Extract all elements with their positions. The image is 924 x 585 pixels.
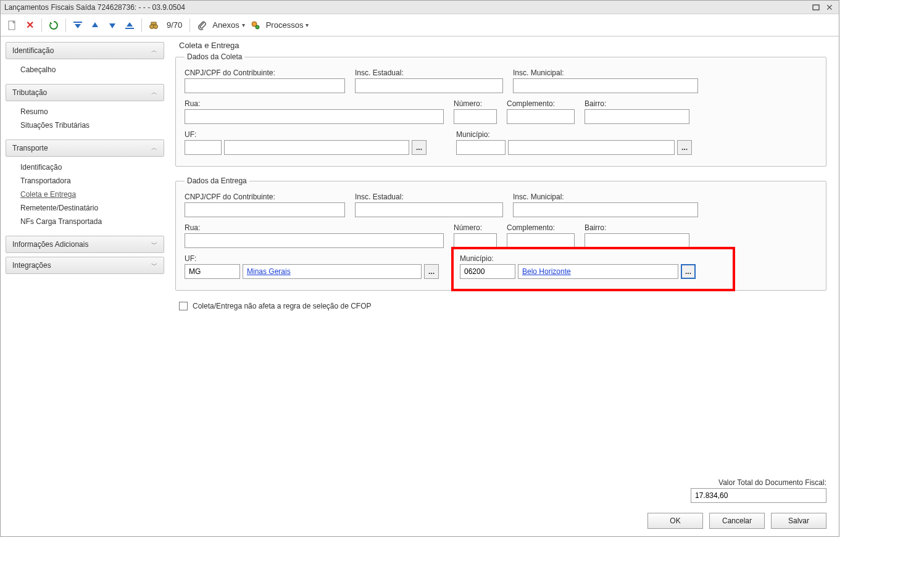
chevron-up-icon: ︿	[151, 88, 157, 97]
accordion-header-tributacao[interactable]: Tributação ︿	[6, 84, 164, 101]
nav-prev-icon	[91, 22, 99, 28]
input-entrega-insc-est[interactable]	[355, 202, 503, 217]
save-button[interactable]: Salvar	[771, 513, 826, 529]
entrega-municipio-block: Município: ...	[460, 254, 696, 279]
input-coleta-numero[interactable]	[454, 109, 497, 124]
lookup-entrega-uf-button[interactable]: ...	[424, 264, 439, 279]
ok-button[interactable]: OK	[647, 513, 703, 529]
input-coleta-insc-mun[interactable]	[513, 78, 698, 93]
sidebar-item-nfs-carga[interactable]: NFs Carga Transportada	[20, 215, 164, 228]
input-entrega-numero[interactable]	[454, 233, 497, 248]
cancel-button[interactable]: Cancelar	[709, 513, 765, 529]
svg-point-8	[256, 25, 259, 29]
label-coleta-cnpj: CNPJ/CPF do Contribuinte:	[185, 68, 345, 77]
svg-rect-6	[151, 22, 156, 25]
input-coleta-uf-name[interactable]	[224, 140, 409, 155]
label-entrega-cnpj: CNPJ/CPF do Contribuinte:	[185, 193, 345, 201]
accordion-header-label: Informações Adicionais	[12, 240, 88, 249]
accordion-header-label: Identificação	[12, 46, 54, 55]
toolbar-refresh-button[interactable]	[47, 19, 60, 32]
input-entrega-bairro[interactable]	[585, 233, 689, 248]
input-coleta-mun-code[interactable]	[456, 140, 506, 155]
input-total[interactable]	[691, 488, 826, 503]
caret-down-icon: ▾	[306, 22, 309, 28]
chevron-up-icon: ︿	[151, 144, 157, 152]
label-entrega-uf: UF:	[185, 254, 439, 263]
sidebar-item-coleta-entrega[interactable]: Coleta e Entrega	[20, 188, 164, 201]
cfop-checkbox[interactable]	[179, 302, 188, 310]
input-entrega-rua[interactable]	[185, 233, 444, 248]
sidebar-item-situacoes[interactable]: Situações Tributárias	[20, 118, 164, 132]
toolbar-next-button[interactable]	[106, 19, 119, 32]
input-entrega-uf-code[interactable]	[185, 264, 240, 279]
accordion-header-identificacao[interactable]: Identificação ︿	[6, 42, 164, 59]
window-close-button[interactable]: ✕	[824, 3, 835, 12]
lookup-coleta-mun-button[interactable]: ...	[677, 140, 692, 155]
sidebar-item-transp-ident[interactable]: Identificação	[20, 160, 164, 174]
toolbar-delete-button[interactable]: ✕	[23, 19, 36, 32]
input-entrega-mun-name[interactable]	[518, 264, 678, 279]
toolbar-attachments-dropdown[interactable]: Anexos ▾	[212, 20, 244, 30]
total-block: Valor Total do Documento Fiscal:	[691, 478, 826, 503]
refresh-icon	[49, 20, 59, 30]
sidebar-item-resumo[interactable]: Resumo	[20, 105, 164, 118]
sidebar-item-remetente[interactable]: Remetente/Destinatário	[20, 201, 164, 215]
accordion-info-adicionais: Informações Adicionais ﹀	[6, 236, 164, 253]
group-legend-coleta: Dados da Coleta	[185, 52, 244, 61]
accordion-integracoes: Integrações ﹀	[6, 257, 164, 274]
group-dados-entrega: Dados da Entrega CNPJ/CPF do Contribuint…	[175, 176, 826, 291]
input-entrega-insc-mun[interactable]	[513, 202, 698, 217]
cfop-checkbox-label: Coleta/Entrega não afeta a regra de sele…	[193, 302, 372, 310]
svg-rect-2	[73, 22, 82, 23]
sidebar-item-transportadora[interactable]: Transportadora	[20, 174, 164, 188]
toolbar-new-button[interactable]	[6, 19, 19, 32]
chevron-up-icon: ︿	[151, 46, 157, 55]
content-body: Identificação ︿ Cabeçalho Tributação ︿ R…	[1, 37, 839, 536]
input-entrega-uf-name[interactable]	[243, 264, 422, 279]
toolbar-processes-icon[interactable]	[249, 19, 262, 32]
input-entrega-mun-code[interactable]	[460, 264, 515, 279]
input-coleta-rua[interactable]	[185, 109, 444, 124]
input-coleta-mun-name[interactable]	[508, 140, 675, 155]
input-coleta-insc-est[interactable]	[355, 78, 503, 93]
accordion-header-info-adicionais[interactable]: Informações Adicionais ﹀	[6, 236, 164, 253]
input-entrega-complemento[interactable]	[507, 233, 575, 248]
paperclip-icon	[198, 20, 206, 30]
toolbar-first-button[interactable]	[71, 19, 85, 32]
toolbar-separator	[141, 19, 142, 32]
nav-next-icon	[109, 22, 116, 28]
toolbar-processes-dropdown[interactable]: Processos ▾	[266, 20, 309, 30]
toolbar-prev-button[interactable]	[88, 19, 102, 32]
input-coleta-uf-code[interactable]	[185, 140, 222, 155]
input-coleta-cnpj[interactable]	[185, 78, 345, 93]
window-maximize-button[interactable]	[810, 3, 822, 12]
toolbar-last-button[interactable]	[123, 19, 136, 32]
group-legend-entrega: Dados da Entrega	[185, 176, 249, 185]
input-coleta-complemento[interactable]	[507, 109, 575, 124]
toolbar-processes-label: Processos	[266, 20, 304, 30]
chevron-down-icon: ﹀	[151, 261, 157, 270]
label-entrega-insc-est: Insc. Estadual:	[355, 193, 503, 201]
sidebar-item-cabecalho[interactable]: Cabeçalho	[20, 63, 164, 77]
label-coleta-uf: UF:	[185, 130, 427, 139]
svg-point-5	[154, 24, 158, 28]
label-entrega-insc-mun: Insc. Municipal:	[513, 193, 698, 201]
lookup-entrega-mun-button[interactable]: ...	[681, 264, 696, 279]
label-coleta-insc-est: Insc. Estadual:	[355, 68, 503, 77]
lookup-coleta-uf-button[interactable]: ...	[412, 140, 427, 155]
gears-icon	[251, 20, 260, 30]
input-coleta-bairro[interactable]	[585, 109, 689, 124]
toolbar-search-button[interactable]	[147, 19, 160, 32]
label-coleta-municipio: Município:	[456, 130, 692, 139]
app-window: Lançamentos Fiscais Saída 724628736: - -…	[0, 0, 839, 537]
svg-rect-3	[125, 28, 134, 29]
toolbar-attachments-icon[interactable]	[195, 19, 209, 32]
accordion-header-integracoes[interactable]: Integrações ﹀	[6, 257, 164, 274]
accordion-tributacao: Tributação ︿ Resumo Situações Tributária…	[6, 84, 164, 136]
accordion-header-transporte[interactable]: Transporte ︿	[6, 139, 164, 157]
maximize-icon	[812, 4, 820, 10]
toolbar-page-indicator: 9/70	[167, 20, 182, 30]
input-entrega-cnpj[interactable]	[185, 202, 345, 217]
binoculars-icon	[149, 20, 159, 30]
label-entrega-municipio: Município:	[460, 254, 696, 263]
